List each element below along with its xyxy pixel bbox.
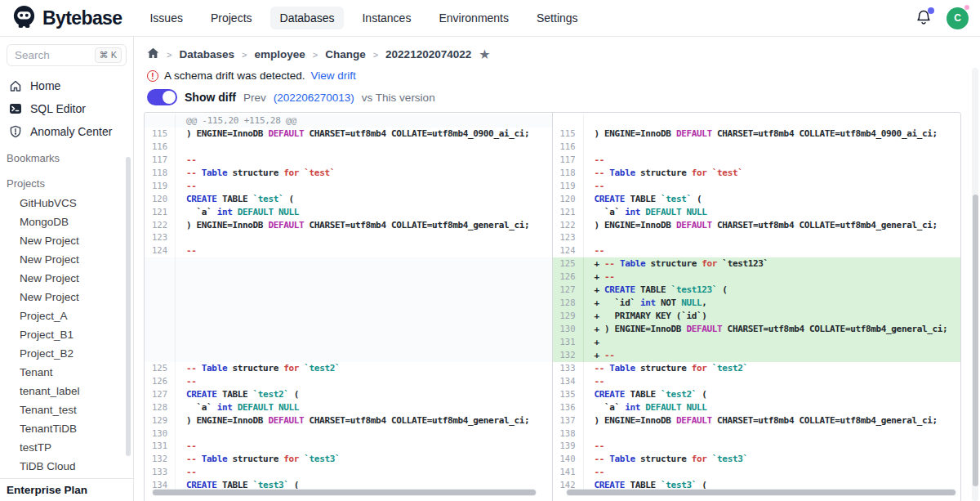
line-code: + xyxy=(584,336,605,349)
line-number xyxy=(145,114,176,127)
line-number: 136 xyxy=(553,401,584,414)
nav-item-instances[interactable]: Instances xyxy=(352,7,421,29)
prev-version-link[interactable]: (202206270013) xyxy=(274,92,354,104)
line-code: ) ENGINE=InnoDB DEFAULT CHARSET=utf8mb4 … xyxy=(584,219,938,232)
diff-line: 117-- xyxy=(145,154,552,167)
diff-line: 126-- xyxy=(145,375,552,388)
line-number: 126 xyxy=(145,375,176,388)
project-item-tenanttidb[interactable]: TenantTiDB xyxy=(0,419,133,438)
project-item-project-b1[interactable]: Project_B1 xyxy=(0,325,133,344)
project-item-new-project[interactable]: New Project xyxy=(0,288,133,306)
project-item-new-project[interactable]: New Project xyxy=(0,269,133,288)
diff-line: 115) ENGINE=InnoDB DEFAULT CHARSET=utf8m… xyxy=(145,127,552,141)
sidebar-item-label: SQL Editor xyxy=(30,102,86,115)
diff-line xyxy=(553,114,961,127)
show-diff-label: Show diff xyxy=(185,91,236,104)
diff-line: 132+ -- xyxy=(553,349,961,362)
show-diff-toggle[interactable] xyxy=(147,89,177,105)
breadcrumb-separator: > xyxy=(167,50,172,60)
view-drift-link[interactable]: View drift xyxy=(311,69,356,82)
line-code: `a` int DEFAULT NULL xyxy=(584,206,707,219)
breadcrumb-item-change[interactable]: Change xyxy=(325,48,366,60)
line-code xyxy=(176,284,186,297)
diff-line: 124-- xyxy=(145,244,552,257)
diff-line: 132-- Table structure for `test3` xyxy=(145,453,552,466)
section-label-bookmarks: Bookmarks xyxy=(0,143,133,168)
line-code: CREATE TABLE `test2` ( xyxy=(176,388,299,401)
line-number: 127 xyxy=(145,388,176,401)
page-vscrollbar-thumb[interactable] xyxy=(973,195,978,486)
line-number: 119 xyxy=(145,180,176,193)
diff-line: 131+ xyxy=(553,336,961,349)
project-item-tidb-cloud[interactable]: TiDB Cloud xyxy=(0,457,133,476)
project-item-new-project[interactable]: New Project xyxy=(0,250,133,269)
breadcrumb-item-version[interactable]: 20221202074022 xyxy=(385,48,471,60)
line-number: 132 xyxy=(145,453,176,466)
notifications-bell-icon[interactable] xyxy=(915,9,932,27)
nav-item-settings[interactable]: Settings xyxy=(527,7,588,29)
line-code: -- Table structure for `test2` xyxy=(176,362,340,375)
nav-item-projects[interactable]: Projects xyxy=(201,7,262,29)
line-number xyxy=(145,336,176,349)
project-item-githubvcs[interactable]: GitHubVCS xyxy=(0,194,133,212)
project-item-tenant-test[interactable]: Tenant_test xyxy=(0,400,133,419)
line-number: 121 xyxy=(553,206,584,219)
line-code: @@ -115,20 +115,28 @@ xyxy=(176,114,296,127)
line-code xyxy=(176,257,186,271)
line-number: 120 xyxy=(553,193,584,206)
project-item-project-a[interactable]: Project_A xyxy=(0,306,133,325)
project-item-testtp[interactable]: testTP xyxy=(0,438,133,457)
sidebar-item-label: Anomaly Center xyxy=(30,125,112,138)
diff-line: 124-- xyxy=(553,244,961,257)
line-number xyxy=(145,310,176,323)
diff-line: 116 xyxy=(145,141,552,154)
line-code: + PRIMARY KEY (`id`) xyxy=(584,310,707,323)
diff-toggle-row: Show diff Prev (202206270013) vs This ve… xyxy=(147,89,435,105)
line-number: 125 xyxy=(145,362,176,375)
nav-item-environments[interactable]: Environments xyxy=(429,7,519,29)
sidebar-item-anomaly-center[interactable]: Anomaly Center xyxy=(0,120,133,143)
diff-line: 137) ENGINE=InnoDB DEFAULT CHARSET=utf8m… xyxy=(553,414,961,427)
diff-line: 116 xyxy=(553,141,961,154)
line-code: `a` int DEFAULT NULL xyxy=(176,401,299,414)
project-item-tenant-label[interactable]: tenant_label xyxy=(0,382,133,400)
line-number: 117 xyxy=(145,154,176,167)
line-code xyxy=(584,427,595,441)
search-input[interactable]: Search ⌘ K xyxy=(7,44,127,66)
breadcrumb-item-databases[interactable]: Databases xyxy=(179,48,234,60)
breadcrumb-separator: > xyxy=(313,50,318,60)
line-code: `a` int DEFAULT NULL xyxy=(176,206,299,219)
brand-name: Bytebase xyxy=(42,7,122,29)
breadcrumb-item-employee[interactable]: employee xyxy=(254,48,305,60)
bytebase-logo[interactable]: Bytebase xyxy=(11,4,122,33)
sidebar-item-sql-editor[interactable]: SQL Editor xyxy=(0,97,133,120)
line-number: 122 xyxy=(553,219,584,232)
line-number: 121 xyxy=(145,206,176,219)
sidebar-item-home[interactable]: Home xyxy=(0,74,133,97)
line-code: -- xyxy=(176,440,197,453)
line-number: 134 xyxy=(553,375,584,388)
left-hscrollbar-thumb[interactable] xyxy=(153,490,536,495)
sidebar-item-label: Home xyxy=(30,79,60,92)
breadcrumb-home-icon[interactable] xyxy=(147,47,159,61)
line-number xyxy=(145,284,176,297)
nav-item-databases[interactable]: Databases xyxy=(270,7,345,29)
right-hscrollbar-thumb[interactable] xyxy=(567,490,956,495)
bookmark-star-icon[interactable]: ★ xyxy=(479,49,490,60)
diff-line xyxy=(145,257,552,271)
project-item-new-project[interactable]: New Project xyxy=(0,231,133,250)
nav-item-issues[interactable]: Issues xyxy=(140,7,192,29)
sidebar-scrollbar[interactable] xyxy=(126,157,131,456)
diff-line: 138 xyxy=(553,427,961,441)
project-item-tenant[interactable]: Tenant xyxy=(0,363,133,382)
diff-line: 119-- xyxy=(553,180,961,193)
diff-line: 115) ENGINE=InnoDB DEFAULT CHARSET=utf8m… xyxy=(553,127,961,141)
user-avatar[interactable]: C xyxy=(947,7,969,29)
line-number: 139 xyxy=(553,440,584,453)
line-code xyxy=(584,141,595,154)
line-number: 115 xyxy=(553,127,584,141)
line-code: ) ENGINE=InnoDB DEFAULT CHARSET=utf8mb4 … xyxy=(176,414,529,427)
project-item-mongodb[interactable]: MongoDB xyxy=(0,212,133,231)
search-placeholder: Search xyxy=(15,49,95,61)
project-item-project-b2[interactable]: Project_B2 xyxy=(0,344,133,363)
